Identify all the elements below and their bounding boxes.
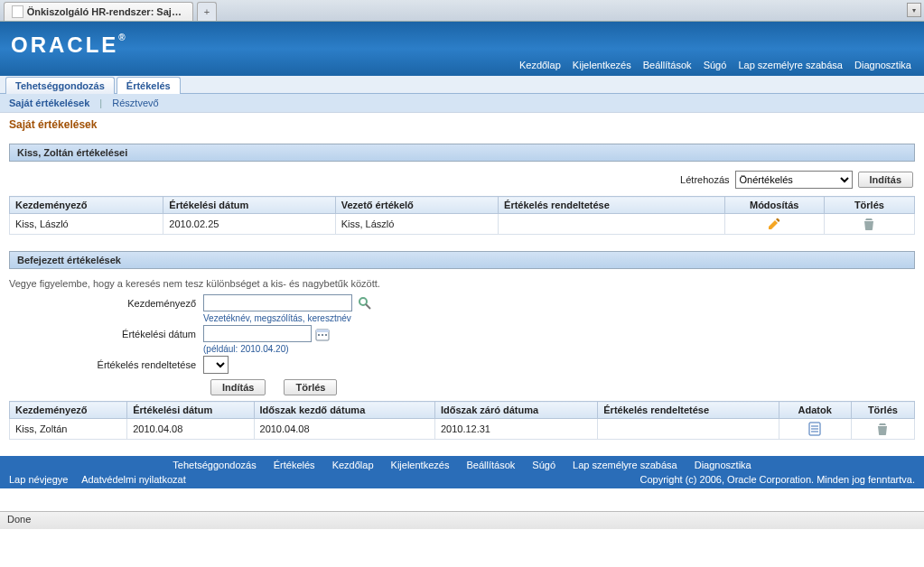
header-link-settings[interactable]: Beállítások bbox=[643, 60, 692, 70]
cell-initiator: Kiss, László bbox=[10, 214, 163, 235]
oracle-logo-text: ORACLE bbox=[11, 33, 118, 57]
footer-link-home[interactable]: Kezdőlap bbox=[332, 460, 374, 470]
footer-links: Tehetséggondozás Értékelés Kezdőlap Kije… bbox=[0, 456, 924, 472]
browser-new-tab-button[interactable]: + bbox=[197, 2, 217, 21]
create-type-select[interactable]: Önértékelés bbox=[735, 171, 853, 189]
status-text: Done bbox=[7, 514, 31, 525]
tab-appraisal[interactable]: Értékelés bbox=[117, 77, 181, 94]
sub-tab-separator: | bbox=[99, 98, 102, 108]
search-initiator-hint: Vezetéknév, megszólítás, keresztnév bbox=[203, 313, 351, 323]
col-initiator[interactable]: Kezdeményező bbox=[10, 197, 163, 214]
search-purpose-label: Értékelés rendeltetése bbox=[9, 359, 203, 370]
panel-completed: Befejezett értékelések Vegye figyelembe,… bbox=[9, 251, 915, 445]
svg-point-0 bbox=[359, 298, 367, 305]
header-links: Kezdőlap Kijelentkezés Beállítások Súgó … bbox=[510, 60, 911, 70]
panel-completed-header: Befejezett értékelések bbox=[9, 251, 915, 269]
sub-tab-participant[interactable]: Résztvevő bbox=[112, 98, 158, 108]
search-purpose-select[interactable] bbox=[203, 356, 229, 374]
go-button[interactable]: Indítás bbox=[210, 379, 266, 395]
col-lead[interactable]: Vezető értékelő bbox=[335, 197, 498, 214]
oracle-header: ORACLE® Kezdőlap Kijelentkezés Beállítás… bbox=[0, 22, 924, 76]
clear-button[interactable]: Törlés bbox=[284, 379, 337, 395]
search-initiator-input[interactable] bbox=[203, 294, 352, 311]
footer-link-personalize[interactable]: Lap személyre szabása bbox=[573, 460, 677, 470]
col-initiator[interactable]: Kezdeményező bbox=[10, 402, 127, 419]
page-title: Saját értékelések bbox=[0, 113, 924, 144]
calendar-icon[interactable] bbox=[315, 327, 330, 341]
table-row: Kiss, Zoltán 2010.04.08 2010.04.08 2010.… bbox=[10, 419, 915, 440]
col-purpose[interactable]: Értékelés rendeltetése bbox=[499, 197, 725, 214]
search-button-row: Indítás Törlés bbox=[210, 376, 915, 401]
col-details[interactable]: Adatok bbox=[779, 402, 851, 419]
col-delete[interactable]: Törlés bbox=[851, 402, 914, 419]
header-link-logout[interactable]: Kijelentkezés bbox=[573, 60, 631, 70]
footer-link-appraisal[interactable]: Értékelés bbox=[274, 460, 315, 470]
footer-link-diagnostics[interactable]: Diagnosztika bbox=[695, 460, 751, 470]
footer-link-about-page[interactable]: Lap névjegye bbox=[9, 474, 68, 485]
details-icon[interactable] bbox=[807, 423, 822, 433]
panel-my-appraisals-header: Kiss, Zoltán értékelései bbox=[9, 144, 915, 162]
search-icon[interactable] bbox=[358, 296, 372, 311]
search-purpose-row: Értékelés rendeltetése bbox=[9, 356, 915, 374]
browser-tab-active[interactable]: Önkiszolgáló HR-rendszer: Saját ért... bbox=[4, 2, 193, 21]
search-date-label: Értékelési dátum bbox=[9, 329, 203, 339]
col-purpose[interactable]: Értékelés rendeltetése bbox=[598, 402, 779, 419]
search-date-hint-row: (például: 2010.04.20) bbox=[9, 344, 915, 354]
header-link-diagnostics[interactable]: Diagnosztika bbox=[854, 60, 911, 70]
start-button[interactable]: Indítás bbox=[858, 172, 913, 188]
cell-edit bbox=[724, 214, 824, 235]
search-initiator-row: Kezdeményező bbox=[9, 294, 915, 311]
header-link-personalize[interactable]: Lap személyre szabása bbox=[738, 60, 843, 70]
footer-link-help[interactable]: Súgó bbox=[532, 460, 555, 470]
svg-rect-4 bbox=[318, 334, 320, 336]
footer-link-privacy[interactable]: Adatvédelmi nyilatkozat bbox=[81, 474, 186, 485]
svg-rect-5 bbox=[322, 334, 323, 336]
browser-status-bar: Done bbox=[0, 511, 924, 529]
col-date[interactable]: Értékelési dátum bbox=[127, 402, 254, 419]
main-tabs: Tehetséggondozás Értékelés bbox=[0, 76, 924, 94]
svg-rect-6 bbox=[325, 334, 327, 336]
browser-tab-bar: Önkiszolgáló HR-rendszer: Saját ért... +… bbox=[0, 0, 924, 22]
footer-link-talent[interactable]: Tehetséggondozás bbox=[173, 460, 256, 470]
appraisals-table: Kezdeményező Értékelési dátum Vezető ért… bbox=[9, 196, 915, 235]
completed-table: Kezdeményező Értékelési dátum Időszak ke… bbox=[9, 401, 915, 440]
cell-date: 2010.02.25 bbox=[163, 214, 335, 235]
col-delete[interactable]: Törlés bbox=[824, 197, 914, 214]
page-favicon-icon bbox=[12, 5, 23, 18]
panel-my-appraisals: Kiss, Zoltán értékelései Létrehozás Önér… bbox=[9, 144, 915, 240]
col-date[interactable]: Értékelési dátum bbox=[163, 197, 335, 214]
cell-end: 2010.12.31 bbox=[434, 419, 597, 440]
footer-link-settings[interactable]: Beállítások bbox=[466, 460, 515, 470]
browser-tab-title: Önkiszolgáló HR-rendszer: Saját ért... bbox=[27, 6, 185, 17]
col-edit[interactable]: Módosítás bbox=[724, 197, 824, 214]
cell-purpose bbox=[499, 214, 725, 235]
browser-menu-button[interactable]: ▾ bbox=[907, 3, 921, 17]
table-header-row: Kezdeményező Értékelési dátum Időszak ke… bbox=[10, 402, 915, 419]
col-period-start[interactable]: Időszak kezdő dátuma bbox=[254, 402, 434, 419]
trash-icon[interactable] bbox=[862, 218, 876, 228]
footer-copyright: Copyright (c) 2006, Oracle Corporation. … bbox=[640, 474, 916, 485]
tab-talent[interactable]: Tehetséggondozás bbox=[5, 77, 115, 94]
header-link-home[interactable]: Kezdőlap bbox=[519, 60, 561, 70]
cell-date: 2010.04.08 bbox=[127, 419, 254, 440]
cell-delete bbox=[824, 214, 914, 235]
col-period-end[interactable]: Időszak záró dátuma bbox=[434, 402, 597, 419]
footer-link-logout[interactable]: Kijelentkezés bbox=[391, 460, 450, 470]
table-header-row: Kezdeményező Értékelési dátum Vezető ért… bbox=[10, 197, 915, 214]
cell-details bbox=[779, 419, 851, 440]
search-date-input[interactable] bbox=[203, 325, 312, 342]
header-link-help[interactable]: Súgó bbox=[704, 60, 727, 70]
sub-tabs: Saját értékelések | Résztvevő bbox=[0, 94, 924, 113]
search-initiator-label: Kezdeményező bbox=[9, 298, 203, 309]
table-row: Kiss, László 2010.02.25 Kiss, László bbox=[10, 214, 915, 235]
create-row: Létrehozás Önértékelés Indítás bbox=[9, 167, 915, 196]
footer: Tehetséggondozás Értékelés Kezdőlap Kije… bbox=[0, 456, 924, 488]
oracle-logo: ORACLE® bbox=[11, 33, 128, 58]
search-note: Vegye figyelembe, hogy a keresés nem tes… bbox=[9, 274, 915, 294]
sub-tab-my-appraisals[interactable]: Saját értékelések bbox=[9, 98, 89, 108]
trash-icon[interactable] bbox=[875, 423, 890, 433]
footer-bottom: Lap névjegye Adatvédelmi nyilatkozat Cop… bbox=[0, 472, 924, 488]
cell-start: 2010.04.08 bbox=[254, 419, 434, 440]
pencil-icon[interactable] bbox=[767, 218, 781, 228]
cell-purpose bbox=[598, 419, 779, 440]
